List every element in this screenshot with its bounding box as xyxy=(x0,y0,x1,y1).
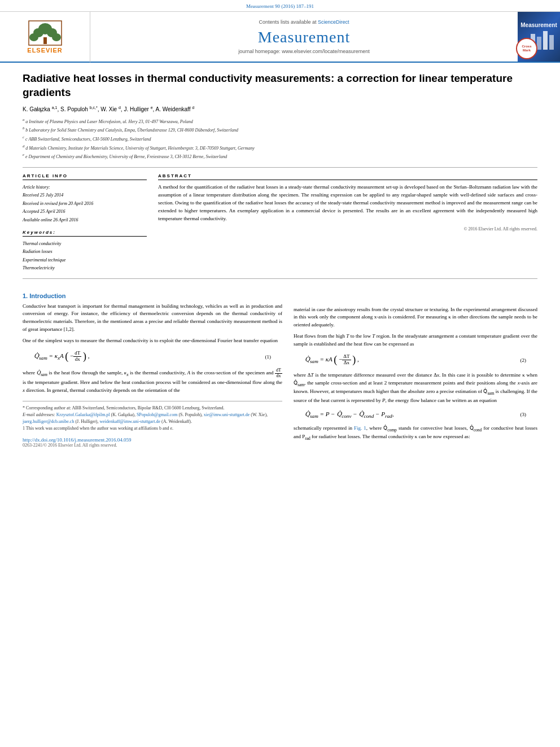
crossmark-text: CrossMark xyxy=(522,45,531,52)
right-p1: material in case the anisotropy results … xyxy=(294,306,537,330)
keywords-section: Keywords: Thermal conductivity Radiation… xyxy=(23,230,147,273)
body-content: 1. Introduction Conductive heat transpor… xyxy=(23,285,537,448)
eq1-paren-close: ) xyxy=(83,351,86,362)
email-label: E-mail addresses: xyxy=(23,412,55,417)
right-para4: schematically represented in Fig. 1, whe… xyxy=(294,425,537,442)
main-content: CrossMark Radiative heat losses in therm… xyxy=(0,63,560,457)
intro-para3: where Q̇sam is the heat flow through the… xyxy=(23,368,282,394)
article-info-header: ARTICLE INFO xyxy=(23,173,147,180)
email-3: xie@imw.uni-stuttgart.de xyxy=(204,412,250,417)
affil-c: c c ABB Switzerland, Semiconductors, CH-… xyxy=(23,134,537,143)
eq2-paren-open: ( xyxy=(334,355,337,366)
history-label-text: Article history: xyxy=(23,185,50,190)
left-column: 1. Introduction Conductive heat transpor… xyxy=(23,285,282,448)
abstract-header: ABSTRACT xyxy=(158,173,537,180)
doi-section: http://dx.doi.org/10.1016/j.measurement.… xyxy=(23,436,282,448)
elsevier-name: ELSEVIER xyxy=(27,47,62,54)
right-p4: schematically represented in Fig. 1, whe… xyxy=(294,425,537,442)
revised-date: Received in revised form 20 April 2016 xyxy=(23,200,147,208)
right-para3: where ΔT is the temperature difference m… xyxy=(294,372,537,405)
authors-line: K. Gałązka a,1, S. Populoh b,c,*, W. Xie… xyxy=(23,105,537,112)
sd-text: Contents lists available at xyxy=(259,19,316,25)
affil-a-text: a Institute of Plasma Physics and Laser … xyxy=(25,119,193,124)
authors-text: K. Gałązka a,1, S. Populoh b,c,*, W. Xie… xyxy=(23,106,194,112)
intro-p3: where Q̇sam is the heat flow through the… xyxy=(23,368,282,394)
equation-3-block: Q̇sam = P − Q̇conv − Q̇cond − Prad, (3) xyxy=(305,410,526,419)
equation-1-formula: Q̇sam = κxA ( −dTdx ) , xyxy=(34,351,90,362)
affil-c-text: c ABB Switzerland, Semiconductors, CH-56… xyxy=(25,137,151,142)
copyright-line: © 2016 Elsevier Ltd. All rights reserved… xyxy=(158,226,537,231)
affil-a: a a Institute of Plasma Physics and Lase… xyxy=(23,117,537,125)
journal-center: Contents lists available at ScienceDirec… xyxy=(90,12,518,62)
q-sam-ref: Q̇sam xyxy=(37,370,47,375)
email-2: SPopuloh@gmail.com xyxy=(137,412,177,417)
section-number: 1. xyxy=(23,292,28,299)
heat-word: heat xyxy=(338,434,347,439)
keywords-list: Thermal conductivity Radiation losses Ex… xyxy=(23,240,147,273)
email-4: juerg.hulliger@dcb.unibe.ch xyxy=(23,419,74,424)
keywords-header: Keywords: xyxy=(23,230,147,237)
doi-link[interactable]: http://dx.doi.org/10.1016/j.measurement.… xyxy=(23,437,132,443)
email-note: E-mail addresses: Krzysztof.Galazka@ifpi… xyxy=(23,412,282,425)
elsevier-logo-section: ELSEVIER xyxy=(0,12,90,63)
svg-rect-9 xyxy=(537,37,541,50)
eq1-comma: , xyxy=(88,352,90,359)
article-title: Radiative heat losses in thermal conduct… xyxy=(23,72,537,99)
eq1-paren-open: ( xyxy=(65,351,68,362)
affil-d-text: d Materials Chemistry, Institute for Mat… xyxy=(25,145,254,150)
eq2-fraction: −ΔTΔx xyxy=(339,356,352,362)
affiliations: a a Institute of Plasma Physics and Lase… xyxy=(23,117,537,160)
intro-p2: One of the simplest ways to measure the … xyxy=(23,337,282,345)
eq2-paren-close: ) xyxy=(352,355,356,366)
eq1-lhs: Q̇sam = κxA xyxy=(34,352,65,359)
right-para2: Heat flows from the high T to the low T … xyxy=(294,333,537,348)
separator-1 xyxy=(23,167,537,168)
a-ref: A xyxy=(187,370,191,375)
right-p2: Heat flows from the high T to the low T … xyxy=(294,333,537,348)
issn-line: 0263-2241/© 2016 Elsevier Ltd. All right… xyxy=(23,443,282,448)
affil-d: d d Materials Chemistry, Institute for M… xyxy=(23,143,537,152)
citation-text: Measurement 90 (2016) 187–191 xyxy=(246,3,314,9)
keyword-3: Experimental technique xyxy=(23,256,147,264)
equation-3-formula: Q̇sam = P − Q̇conv − Q̇cond − Prad, xyxy=(305,410,393,419)
equation-1-block: Q̇sam = κxA ( −dTdx ) , (1) xyxy=(34,351,271,362)
eq1-fraction: −dTdx xyxy=(70,352,83,359)
equation-2-number: (2) xyxy=(520,357,527,363)
eq3-content: Q̇sam = P − Q̇conv − Q̇cond − Prad, xyxy=(305,410,393,417)
journal-title: Measurement xyxy=(258,28,350,46)
keyword-1: Thermal conductivity xyxy=(23,240,147,248)
corresponding-text: * Corresponding author at: ABB Switzerla… xyxy=(23,405,225,410)
svg-rect-11 xyxy=(549,35,554,50)
section-title-text: Introduction xyxy=(29,292,65,299)
svg-rect-10 xyxy=(543,31,548,50)
svg-point-4 xyxy=(52,33,61,41)
emails-text: Krzysztof.Galazka@ifpilm.pl xyxy=(56,412,110,417)
journal-citation: Measurement 90 (2016) 187–191 xyxy=(0,0,560,12)
journal-homepage: journal homepage: www.elsevier.com/locat… xyxy=(238,49,370,54)
equation-1-number: (1) xyxy=(265,354,272,360)
article-info-panel: ARTICLE INFO Article history: Received 2… xyxy=(23,173,147,273)
svg-rect-5 xyxy=(43,37,47,44)
kx-ref: κx xyxy=(124,370,129,375)
thumb-title: Measurement xyxy=(520,22,557,28)
eq2-comma: , xyxy=(357,356,359,362)
affil-b: b b Laboratory for Solid State Chemistry… xyxy=(23,125,537,134)
email-5: weidenkaff@imw.uni-stuttgart.de xyxy=(100,419,161,424)
footnotes-section: * Corresponding author at: ABB Switzerla… xyxy=(23,401,282,432)
equation-2-block: Q̇sam = κA ( −ΔTΔx ) , (2) xyxy=(305,354,526,366)
sciencedirect-line: Contents lists available at ScienceDirec… xyxy=(259,19,349,25)
equation-3-number: (3) xyxy=(520,412,527,417)
keyword-2: Radiation losses xyxy=(23,248,147,256)
intro-section-title: 1. Introduction xyxy=(23,292,282,299)
info-abstract-section: ARTICLE INFO Article history: Received 2… xyxy=(23,173,537,273)
right-column: material in case the anisotropy results … xyxy=(294,285,537,448)
journal-header: ELSEVIER Contents lists available at Sci… xyxy=(0,12,560,63)
fig1-ref[interactable]: Fig. 1 xyxy=(354,425,366,431)
affil-b-text: b Laboratory for Solid State Chemistry a… xyxy=(25,128,238,133)
abstract-text: A method for the quantification of the r… xyxy=(158,184,537,223)
sciencedirect-link[interactable]: ScienceDirect xyxy=(318,19,349,25)
available-date: Available online 26 April 2016 xyxy=(23,216,147,224)
intro-p1: Conductive heat transport is important f… xyxy=(23,303,282,334)
crossmark-badge: CrossMark xyxy=(516,38,537,59)
elsevier-tree-icon xyxy=(28,20,62,46)
